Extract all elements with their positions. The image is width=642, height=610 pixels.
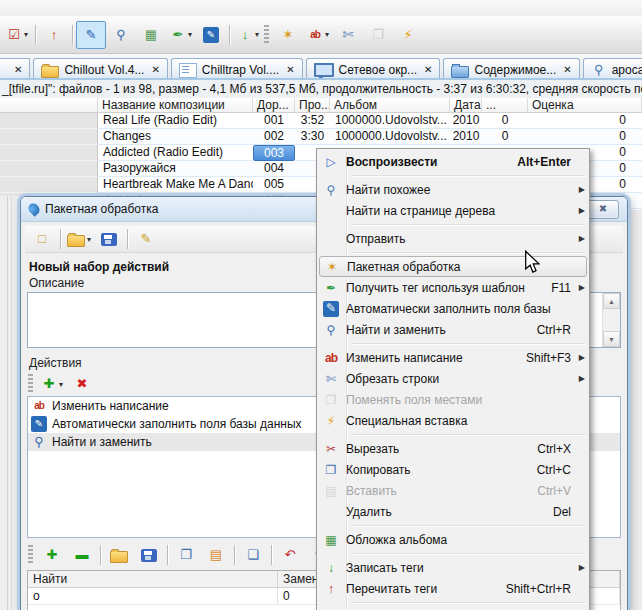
document-tab[interactable]: Chillout Vol.4... ✕: [33, 58, 167, 80]
toolbar-button[interactable]: ⚲: [106, 21, 136, 49]
toolbar-button[interactable]: [104, 541, 134, 569]
track-title-cell[interactable]: Heartbreak Make Me A Dancer: [98, 177, 253, 193]
toolbar-button[interactable]: ▦: [136, 21, 166, 49]
toolbar-button[interactable]: ❐: [363, 21, 393, 49]
menu-item[interactable]: Удалить Del ▶: [319, 501, 587, 522]
menu-item[interactable]: ✒ Получить тег используя шаблон F11 ▶: [319, 277, 587, 298]
document-tab[interactable]: ✕: [0, 58, 30, 80]
dropdown-caret-icon[interactable]: ▾: [255, 30, 259, 39]
menu-item[interactable]: ❐ Копировать Ctrl+C ▶: [319, 459, 587, 480]
track-row[interactable]: Changes 002 3:30 1000000.Udovolstv... 20…: [0, 129, 642, 145]
track-number-cell[interactable]: 003: [253, 145, 295, 161]
duration-cell[interactable]: 3:52: [295, 113, 330, 129]
duration-cell[interactable]: 3:30: [295, 129, 330, 145]
year-cell[interactable]: 2010: [450, 129, 482, 145]
track-row[interactable]: Real Life (Radio Edit) 001 3:52 1000000.…: [0, 113, 642, 129]
extra-cell[interactable]: 0: [482, 113, 528, 129]
menu-item[interactable]: ❐ Поменять поля местами ▶: [319, 389, 587, 410]
menu-item[interactable]: Найти на странице дерева ▶: [319, 200, 587, 221]
track-title-cell[interactable]: Addicted (Radio Eedit): [98, 145, 253, 161]
track-title-cell[interactable]: Real Life (Radio Edit): [98, 113, 253, 129]
track-number-cell[interactable]: 004: [253, 161, 295, 177]
dropdown-caret-icon[interactable]: ▾: [87, 235, 91, 244]
toolbar-button[interactable]: ✒ ▾: [166, 21, 196, 49]
textarea-scrollbar[interactable]: ▲ ▼: [602, 293, 620, 347]
toolbar-button[interactable]: ▾: [64, 225, 94, 253]
find-column-header[interactable]: Найти: [28, 571, 278, 588]
toolbar-button[interactable]: [134, 541, 164, 569]
album-cell[interactable]: 1000000.Udovolstv...: [330, 113, 450, 129]
toolbar-button[interactable]: ⚡: [393, 21, 423, 49]
document-tab[interactable]: Содержимое... ✕: [443, 58, 579, 80]
track-number-cell[interactable]: 002: [253, 129, 295, 145]
tab-close-icon[interactable]: ✕: [563, 64, 571, 75]
toolbar-button[interactable]: ☑ ▾: [2, 21, 32, 49]
document-tab[interactable]: Сетевое окр... ✕: [306, 58, 441, 80]
extra-cell[interactable]: 0: [482, 129, 528, 145]
track-title-cell[interactable]: Разоружайся: [98, 161, 253, 177]
scroll-up-icon[interactable]: ▲: [603, 293, 620, 309]
menu-item[interactable]: ▤ Вставить Ctrl+V ▶: [319, 480, 587, 501]
toolbar-button[interactable]: ▬: [67, 541, 97, 569]
menu-item[interactable]: ⚡ Специальная вставка ▶: [319, 410, 587, 431]
menu-item[interactable]: Отправить ▶: [319, 228, 587, 249]
column-header[interactable]: Дата: [450, 98, 482, 113]
rating-cell[interactable]: 0: [528, 129, 642, 145]
document-tab[interactable]: ⚲ apocal: [583, 58, 642, 80]
tab-close-icon[interactable]: ✕: [286, 64, 294, 75]
toolbar-button[interactable]: ✎: [131, 225, 161, 253]
dropdown-caret-icon[interactable]: ▾: [188, 30, 192, 39]
dropdown-caret-icon[interactable]: ▾: [59, 380, 63, 389]
menu-item[interactable]: ↑ Перечитать теги Shift+Ctrl+R ▶: [319, 578, 587, 599]
menu-item[interactable]: ✂ Вырезать Ctrl+X ▶: [319, 438, 587, 459]
column-header[interactable]: Альбом: [330, 98, 450, 113]
column-header[interactable]: Название композиции: [98, 98, 253, 113]
toolbar-button[interactable]: ✚: [37, 541, 67, 569]
menu-item[interactable]: ⚑ Пометить ▶: [319, 606, 587, 610]
menu-item[interactable]: ⚲ Найти и заменить Ctrl+R ▶: [319, 319, 587, 340]
rating-cell[interactable]: 0: [528, 113, 642, 129]
toolbar-button[interactable]: □: [27, 225, 57, 253]
menu-item[interactable]: ✶ Пакетная обработка ▶: [319, 256, 587, 277]
toolbar-button[interactable]: ✄: [333, 21, 363, 49]
toolbar-button[interactable]: ❐: [171, 541, 201, 569]
menu-item[interactable]: ↓ Записать теги ▶: [319, 557, 587, 578]
scroll-down-icon[interactable]: ▼: [603, 331, 620, 347]
year-cell[interactable]: 2010: [450, 113, 482, 129]
column-header[interactable]: Дор...: [253, 98, 295, 113]
column-header[interactable]: ...: [482, 98, 528, 113]
column-header[interactable]: Про...: [295, 98, 330, 113]
menu-item[interactable]: ✄ Обрезать строки ▶: [319, 368, 587, 389]
menu-item[interactable]: ✎ Автоматически заполнить поля базы ▶: [319, 298, 587, 319]
toolbar-button[interactable]: ❏: [238, 541, 268, 569]
toolbar-button[interactable]: ✖: [67, 370, 97, 398]
album-cell[interactable]: 1000000.Udovolstv...: [330, 129, 450, 145]
toolbar-button[interactable]: ✶: [273, 21, 303, 49]
menu-item[interactable]: ⚲ Найти похожее ▶: [319, 179, 587, 200]
menu-item[interactable]: ▷ Воспроизвести Alt+Enter ▶: [319, 151, 587, 172]
track-number-cell[interactable]: 001: [253, 113, 295, 129]
toolbar-button[interactable]: ✎: [76, 21, 106, 49]
toolbar-button[interactable]: ab ▾: [303, 21, 333, 49]
document-tab[interactable]: Chilltrap Vol.... ✕: [171, 58, 303, 80]
tab-close-icon[interactable]: ✕: [14, 64, 22, 75]
column-header[interactable]: [0, 98, 98, 113]
dialog-close-button[interactable]: ✖: [587, 200, 619, 219]
toolbar-button[interactable]: ↑: [39, 21, 69, 49]
toolbar-button[interactable]: [94, 225, 124, 253]
tab-close-icon[interactable]: ✕: [424, 64, 432, 75]
track-number-cell[interactable]: 005: [253, 177, 295, 193]
menu-item[interactable]: ▦ Обложка альбома ▶: [319, 529, 587, 550]
dropdown-caret-icon[interactable]: ▾: [24, 30, 28, 39]
menu-item[interactable]: ab Изменить написание Shift+F3 ▶: [319, 347, 587, 368]
dropdown-caret-icon[interactable]: ▾: [325, 30, 329, 39]
track-title-cell[interactable]: Changes: [98, 129, 253, 145]
tab-close-icon[interactable]: ✕: [151, 64, 159, 75]
toolbar-button[interactable]: ↓ ▾: [233, 21, 263, 49]
toolbar-button[interactable]: ▤: [201, 541, 231, 569]
toolbar-button[interactable]: ↶: [275, 541, 305, 569]
toolbar-button[interactable]: ✚ ▾: [37, 370, 67, 398]
find-cell[interactable]: о: [28, 588, 278, 605]
column-header[interactable]: Оценка: [528, 98, 642, 113]
toolbar-button[interactable]: ✎: [196, 21, 226, 49]
